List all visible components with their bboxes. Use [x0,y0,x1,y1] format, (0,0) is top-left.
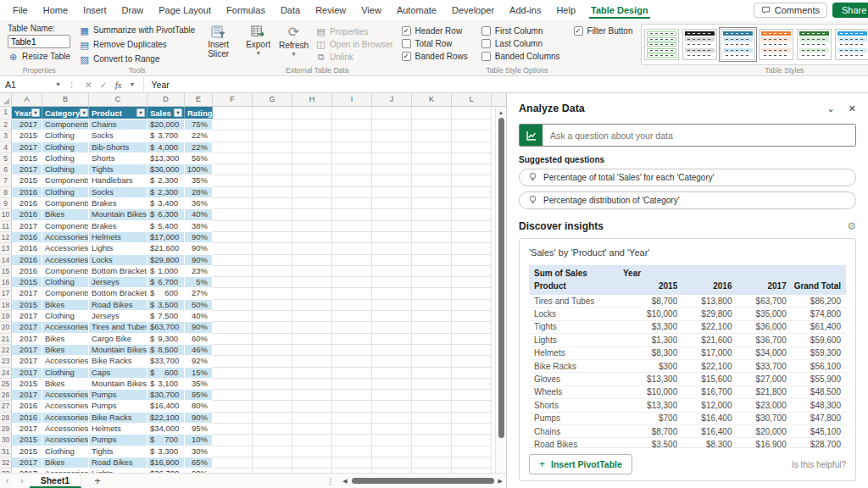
refresh-button[interactable]: ⟳ Refresh ▼ [275,24,313,65]
cell[interactable]: 2015 [12,277,42,288]
cell[interactable]: Bikes [42,458,89,469]
cell[interactable]: Components [42,119,89,130]
cell[interactable] [292,255,332,266]
cell[interactable] [372,266,412,277]
cell[interactable] [292,243,332,254]
formula-bar-handle[interactable]: ⋮ [66,80,77,89]
cell[interactable] [412,458,452,469]
cell[interactable] [292,209,332,220]
cell[interactable] [332,458,372,469]
cell[interactable] [452,424,492,435]
cell[interactable] [213,277,253,288]
cell[interactable] [372,435,412,446]
cell[interactable] [412,209,452,220]
cell[interactable] [253,424,292,435]
sheet-tab[interactable]: Sheet1 [30,474,81,488]
cell[interactable]: Bike Racks [89,413,147,424]
row-number[interactable]: 16 [0,277,12,288]
cell[interactable]: Pumps [89,401,147,412]
cell[interactable] [452,187,492,198]
cell[interactable] [332,198,372,209]
row-number[interactable]: 12 [0,232,12,243]
table-header-product[interactable]: Product▼ [89,107,147,119]
cell[interactable] [372,311,412,322]
add-sheet-button[interactable]: + [81,474,114,487]
cell[interactable]: $600 [147,288,185,299]
cell[interactable] [412,401,452,412]
cell[interactable] [213,288,253,299]
cell[interactable] [213,153,253,164]
cell[interactable] [452,243,492,254]
column-header-c[interactable]: C [89,93,147,106]
cell[interactable]: 2017 [12,390,42,401]
cell[interactable]: 2016 [12,266,42,277]
cell[interactable] [292,187,332,198]
cell[interactable] [292,288,332,299]
vertical-scrollbar[interactable]: ▲ [495,107,506,473]
cell[interactable] [452,175,492,186]
pane-collapse-chevron-icon[interactable]: ⌄ [827,103,835,114]
cell[interactable] [213,322,253,333]
cell[interactable] [253,311,292,322]
cell[interactable]: 2016 [12,198,42,209]
cell[interactable]: Mountain Bikes [89,209,147,220]
cell[interactable]: Clothing [42,164,89,175]
question-input[interactable] [542,125,855,146]
row-number[interactable]: 27 [0,401,12,412]
table-style-medium-blue[interactable] [721,29,755,60]
cell[interactable]: 2017 [12,356,42,367]
cell[interactable] [292,119,332,130]
comments-button[interactable]: Comments [754,3,827,18]
cell[interactable]: Handlebars [89,175,147,186]
helpful-link[interactable]: Is this helpful? [792,460,846,469]
cell[interactable]: 50% [185,300,213,311]
cell[interactable]: 2016 [12,243,42,254]
column-header-h[interactable]: H [292,93,332,106]
cell[interactable]: 90% [185,255,213,266]
cell[interactable]: Accessories [42,356,89,367]
cell[interactable] [332,288,372,299]
cell[interactable]: 56% [185,153,213,164]
cell[interactable] [292,322,332,333]
cell[interactable] [372,153,412,164]
cell[interactable] [452,221,492,232]
tab-bar-menu[interactable]: ⋮ [320,477,341,485]
cell[interactable]: 90% [185,232,213,243]
cell[interactable]: 2017 [12,311,42,322]
row-number[interactable]: 21 [0,334,12,345]
enter-icon[interactable]: ✓ [100,80,108,90]
remove-duplicates-button[interactable]: ▤Remove Duplicates [79,38,195,51]
cell[interactable]: $21,600 [147,243,185,254]
cell[interactable]: 95% [185,390,213,401]
suggested-question[interactable]: Percentage of total 'Sales' for each 'Ca… [519,169,856,186]
cell[interactable] [332,107,372,119]
cell[interactable]: Clothing [42,311,89,322]
cell[interactable] [412,446,452,458]
cell[interactable]: 2017 [12,288,42,299]
cell[interactable] [213,255,253,266]
cell[interactable] [213,107,253,119]
cell[interactable]: $13,300 [147,153,185,164]
cell[interactable] [253,130,292,141]
cell[interactable]: 2017 [12,345,42,356]
cell[interactable]: $5,400 [147,221,185,232]
cell[interactable] [253,243,292,254]
cell[interactable]: 95% [185,424,213,435]
cell[interactable] [253,300,292,311]
ribbon-tab-home[interactable]: Home [36,1,75,19]
cell[interactable] [253,266,292,277]
cell[interactable]: Clothing [42,368,89,379]
cell[interactable] [332,300,372,311]
row-number[interactable]: 30 [0,435,12,446]
column-header-k[interactable]: K [412,93,452,106]
cell[interactable]: 2017 [12,424,42,435]
resize-table-button[interactable]: ⊕ Resize Table [8,50,70,63]
cell[interactable] [332,424,372,435]
cell[interactable] [452,130,492,141]
cell[interactable]: 2015 [12,379,42,390]
cell[interactable]: Bib-Shorts [89,142,147,153]
cell[interactable]: 2016 [12,255,42,266]
select-all-corner[interactable] [0,93,12,106]
ribbon-tab-table-design[interactable]: Table Design [583,1,656,19]
cell[interactable] [253,119,292,130]
